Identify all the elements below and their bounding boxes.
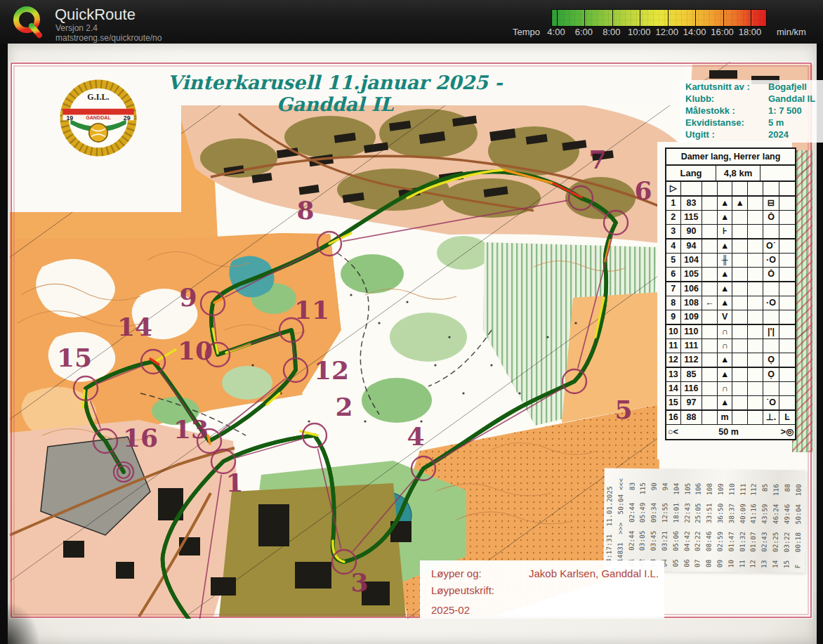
tempo-tick <box>557 10 558 26</box>
card-cell: Ọ <box>763 368 780 381</box>
card-cell <box>702 382 718 395</box>
card-cell <box>732 368 748 381</box>
card-cell: ˙O <box>763 396 780 409</box>
control-number-15: 15 <box>57 343 92 372</box>
card-cell <box>779 339 795 353</box>
card-cell <box>748 254 763 267</box>
tempo-tick-label: 6:00 <box>575 27 593 37</box>
card-cell: 97 <box>681 396 703 409</box>
tempo-scale-unit: min/km <box>777 27 806 37</box>
card-cell <box>748 182 763 195</box>
card-cell: 16 <box>666 411 681 424</box>
scan-smudge <box>8 602 40 644</box>
card-cell <box>748 225 763 238</box>
control-row: 390⊦ <box>666 225 795 239</box>
scanned-map-paper: 12345678910111213141516 Vinterkarusell 1… <box>8 44 817 644</box>
control-row: 7106▲ <box>666 282 795 296</box>
card-cell: m <box>718 411 733 424</box>
tempo-gradient-bar <box>551 9 767 27</box>
card-cell: ∩ <box>718 339 733 353</box>
control-row: 1688m⊥.Ŀ <box>666 411 795 425</box>
info-label: Målestokk : <box>685 105 768 117</box>
card-cell <box>702 339 718 353</box>
app-version: Versjon 2.4 <box>55 23 98 33</box>
card-cell <box>732 339 748 353</box>
card-cell: ▲ <box>718 268 733 281</box>
card-cell: ▲ <box>718 239 733 253</box>
tempo-tick-label: 10:00 <box>628 27 651 37</box>
card-cell <box>779 353 795 367</box>
card-cell: 9 <box>666 310 681 324</box>
card-cell <box>779 268 795 281</box>
card-cell: ▲ <box>718 296 733 310</box>
card-cell <box>779 239 795 253</box>
card-cell <box>763 182 780 195</box>
card-cell <box>779 282 795 296</box>
tempo-tick <box>751 10 751 26</box>
card-cell <box>702 254 718 267</box>
card-cell <box>748 310 763 324</box>
card-cell <box>779 254 795 267</box>
control-number-10: 10 <box>178 336 213 365</box>
card-cell: 105 <box>681 268 703 281</box>
control-row: 5104╫·O <box>666 254 795 268</box>
card-cell: 104 <box>681 254 703 267</box>
card-cell: ⊟ <box>763 197 780 210</box>
tempo-tick <box>640 10 640 26</box>
tempo-tick-label: 16:00 <box>711 27 734 37</box>
card-cell <box>702 197 718 210</box>
info-label: Utgitt : <box>685 129 768 141</box>
card-cell: 115 <box>681 211 703 224</box>
card-cell <box>763 225 780 238</box>
app-name: QuickRoute <box>55 6 136 24</box>
card-cell: ⊥. <box>763 411 780 424</box>
card-cell <box>702 353 718 367</box>
receipt-line: 05 05:06 18:01 104 <box>670 468 682 571</box>
control-number-5: 5 <box>614 395 632 424</box>
tempo-tick <box>584 10 585 26</box>
app-url: matstroeng.se/quickroute/no <box>55 33 162 43</box>
card-cell: 112 <box>681 353 703 367</box>
card-cell: ·O <box>763 296 780 310</box>
card-cell: Ȯ <box>763 211 780 224</box>
card-cell: ▲ <box>718 396 733 409</box>
card-cell <box>779 296 795 310</box>
card-cell: 14 <box>666 382 681 395</box>
card-cell <box>702 411 718 424</box>
card-cell <box>732 310 748 324</box>
info-value: 5 m <box>768 117 823 129</box>
receipt-line: 10 01:47 38:37 110 <box>725 469 737 572</box>
control-number-11: 11 <box>294 295 329 324</box>
receipt-line: 07 02:22 25:05 106 <box>692 469 704 572</box>
card-cell <box>748 296 763 310</box>
card-cell: O˙ <box>763 239 780 253</box>
start-row: ▷ <box>666 182 795 197</box>
card-cell <box>763 382 780 395</box>
club-logo: G.I.L. GANDDAL 19 29 <box>60 79 137 157</box>
card-cell: 3 <box>666 225 681 238</box>
receipt-line: 09 02:59 36:50 109 <box>714 469 726 572</box>
control-number-1: 1 <box>225 468 243 497</box>
card-cell: 1 <box>666 197 681 210</box>
split-times-receipt: 14:17:31 11.01.2025514831 >>> 50:04 <<<0… <box>603 468 806 573</box>
info-value: 2024 <box>768 129 823 141</box>
receipt-line: 13 02:43 43:59 85 <box>758 470 770 572</box>
card-cell: 116 <box>681 382 703 395</box>
card-cell <box>732 211 748 224</box>
card-cell <box>732 268 748 281</box>
card-cell: ╫ <box>718 254 733 267</box>
receipt-line: 03 03:45 09:34 90 <box>647 468 659 571</box>
control-number-8: 8 <box>296 195 314 225</box>
card-cell: ▲ <box>718 368 733 381</box>
card-cell <box>702 310 718 324</box>
info-value: 1: 7 500 <box>768 105 823 117</box>
card-cell: 4 <box>666 239 681 253</box>
card-cell <box>718 182 733 195</box>
card-cell <box>748 382 763 395</box>
receipt-line: 514831 >>> 50:04 <<< <box>614 468 626 571</box>
control-number-6: 6 <box>634 176 652 205</box>
credits-label: Løyper og: <box>431 567 482 579</box>
tempo-tick <box>668 10 669 26</box>
quickroute-logo-icon <box>10 4 46 41</box>
tempo-scale-label: Tempo <box>513 27 540 37</box>
